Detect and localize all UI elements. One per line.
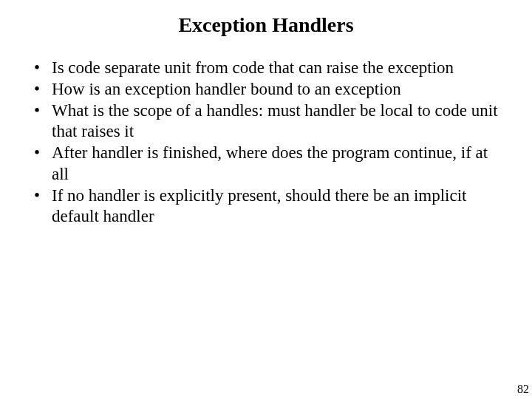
list-item: If no handler is explicitly present, sho… [30, 185, 502, 228]
list-item: Is code separate unit from code that can… [30, 58, 502, 79]
list-item: What is the scope of a handles: must han… [30, 100, 502, 143]
bullet-list: Is code separate unit from code that can… [30, 58, 502, 228]
page-number: 82 [517, 383, 529, 396]
slide: Exception Handlers Is code separate unit… [0, 0, 532, 399]
list-item: After handler is finished, where does th… [30, 143, 502, 185]
list-item: How is an exception handler bound to an … [30, 79, 502, 100]
slide-title: Exception Handlers [0, 0, 532, 37]
slide-body: Is code separate unit from code that can… [0, 37, 532, 228]
